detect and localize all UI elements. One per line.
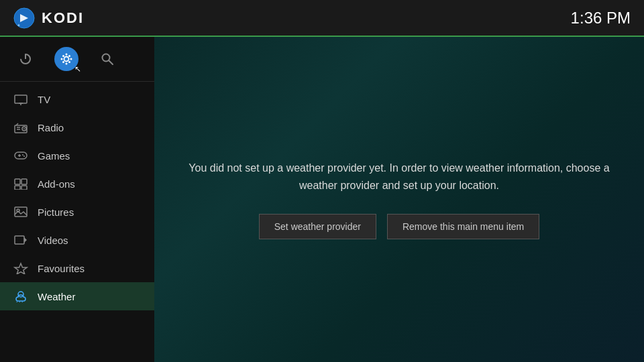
sidebar-item-weather[interactable]: Weather (0, 282, 154, 310)
svg-point-6 (66, 54, 68, 56)
sidebar-item-radio[interactable]: Radio (0, 113, 154, 141)
sidebar-item-addons[interactable]: Add-ons (0, 170, 154, 198)
svg-point-12 (68, 55, 70, 57)
svg-point-13 (62, 61, 64, 63)
svg-rect-32 (15, 186, 20, 190)
weather-message-box: You did not set up a weather provider ye… (181, 160, 617, 239)
sidebar-item-videos[interactable]: Videos (0, 226, 154, 254)
sidebar-item-games-label: Games (38, 150, 70, 162)
radio-icon (13, 120, 28, 135)
weather-message-text: You did not set up a weather provider ye… (181, 160, 617, 194)
top-bar: ◈ KODI 1:36 PM (0, 0, 644, 37)
sidebar-icon-row: ↖ (0, 37, 154, 82)
settings-icon (59, 52, 74, 66)
svg-point-9 (70, 58, 72, 60)
games-icon (13, 148, 28, 163)
svg-line-40 (17, 302, 17, 302)
svg-marker-38 (15, 263, 27, 274)
svg-rect-33 (21, 186, 27, 190)
svg-point-5 (64, 57, 69, 62)
sidebar-item-games[interactable]: Games (0, 141, 154, 170)
svg-point-29 (23, 156, 25, 157)
tv-icon (13, 92, 28, 107)
svg-point-28 (22, 154, 23, 156)
sidebar-item-favourites[interactable]: Favourites (0, 254, 154, 282)
sidebar: ↖ TV (0, 37, 154, 362)
svg-line-41 (19, 302, 20, 302)
power-button[interactable] (13, 47, 38, 71)
logo-area: ◈ KODI (13, 7, 84, 29)
svg-rect-31 (21, 179, 27, 184)
app-title: KODI (42, 9, 84, 27)
power-icon (19, 52, 32, 66)
svg-rect-36 (15, 236, 24, 244)
svg-line-42 (22, 302, 23, 302)
main-layout: ↖ TV (0, 37, 644, 362)
search-icon (101, 52, 114, 66)
clock-display: 1:36 PM (571, 9, 631, 27)
sidebar-item-addons-label: Add-ons (38, 178, 75, 190)
videos-icon (13, 233, 28, 247)
svg-point-10 (62, 55, 64, 57)
favourites-icon (13, 261, 28, 276)
kodi-logo-icon: ◈ (13, 7, 35, 29)
weather-icon (13, 289, 28, 304)
sidebar-item-pictures[interactable]: Pictures (0, 198, 154, 226)
svg-point-11 (68, 61, 70, 63)
sidebar-item-videos-label: Videos (38, 235, 68, 246)
svg-point-8 (61, 58, 63, 60)
sidebar-item-pictures-label: Pictures (38, 206, 74, 218)
pictures-icon (13, 204, 28, 219)
weather-buttons: Set weather provider Remove this main me… (181, 214, 617, 239)
svg-point-7 (66, 63, 68, 65)
sidebar-item-radio-label: Radio (38, 122, 64, 133)
settings-button[interactable]: ↖ (54, 47, 78, 71)
svg-rect-16 (15, 95, 27, 103)
svg-point-39 (18, 292, 23, 297)
sidebar-item-weather-label: Weather (38, 291, 75, 302)
search-button[interactable] (95, 47, 119, 71)
set-weather-provider-button[interactable]: Set weather provider (259, 214, 376, 239)
svg-rect-34 (15, 207, 27, 217)
sidebar-item-favourites-label: Favourites (38, 263, 85, 274)
remove-menu-item-button[interactable]: Remove this main menu item (387, 214, 539, 239)
svg-text:◈: ◈ (17, 23, 20, 27)
sidebar-nav: TV Radio (0, 82, 154, 362)
svg-line-15 (109, 61, 113, 65)
sidebar-item-tv[interactable]: TV (0, 85, 154, 113)
svg-rect-30 (15, 179, 20, 184)
svg-point-21 (23, 128, 25, 129)
sidebar-item-tv-label: TV (38, 94, 50, 105)
addons-icon (13, 176, 28, 191)
svg-marker-37 (24, 237, 27, 243)
content-area: You did not set up a weather provider ye… (154, 37, 644, 362)
